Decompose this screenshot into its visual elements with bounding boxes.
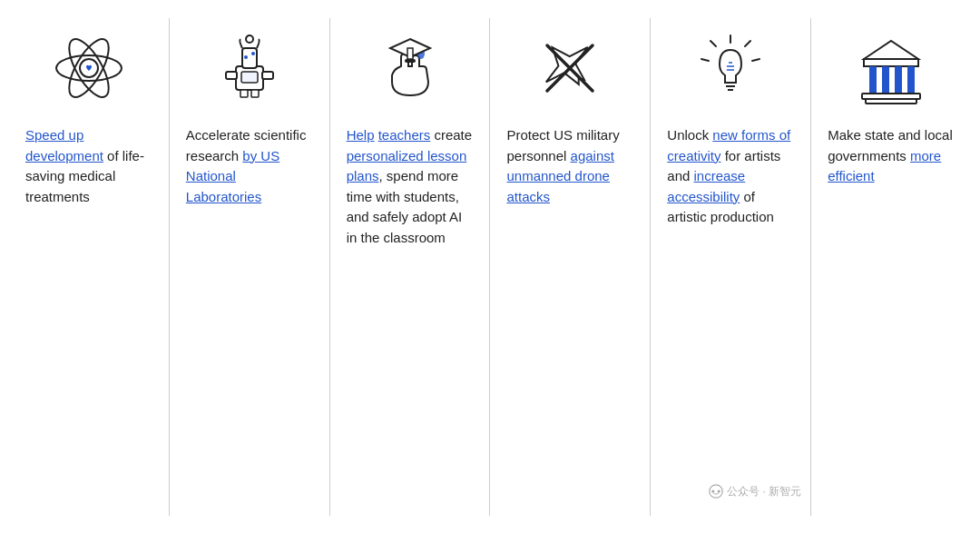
svg-rect-36 [869, 66, 877, 94]
watermark: 公众号 · 新智元 [709, 483, 801, 499]
accessibility-link[interactable]: increase accessibility [667, 168, 745, 204]
column-government: Make state and local governments more ef… [811, 18, 971, 516]
svg-line-24 [701, 59, 709, 61]
svg-point-33 [718, 490, 720, 492]
svg-rect-13 [251, 90, 259, 97]
column-education: Help teachers create personalized lesson… [330, 18, 491, 516]
svg-line-23 [710, 41, 716, 46]
help-link[interactable]: Help [347, 127, 375, 143]
svg-point-9 [244, 55, 248, 59]
svg-marker-34 [864, 41, 918, 59]
svg-rect-37 [882, 66, 889, 94]
building-icon [850, 27, 932, 109]
main-container: Speed up development of life-saving medi… [0, 0, 980, 534]
column-science: Accelerate scientific research by US Nat… [170, 18, 330, 516]
robot-arm-icon [209, 27, 290, 109]
svg-rect-41 [866, 99, 916, 104]
efficient-link[interactable]: more efficient [828, 148, 941, 184]
svg-rect-16 [407, 48, 413, 59]
svg-point-31 [710, 485, 722, 498]
military-text: Protect US military personnel against un… [506, 125, 633, 207]
svg-rect-11 [241, 72, 258, 83]
science-text: Accelerate scientific research by US Nat… [186, 125, 313, 207]
svg-line-22 [752, 59, 760, 61]
medical-text: Speed up development of life-saving medi… [25, 125, 152, 207]
svg-rect-35 [864, 59, 918, 66]
education-text: Help teachers create personalized lesson… [347, 125, 474, 248]
atom-heart-icon [48, 27, 130, 109]
watermark-text: 公众号 · 新智元 [727, 483, 801, 499]
svg-rect-38 [895, 66, 902, 94]
creativity-text: Unlock new forms of creativity for artis… [667, 125, 794, 228]
graduation-icon [369, 27, 451, 109]
column-military: Protect US military personnel against un… [490, 18, 651, 516]
drone-link[interactable]: against unmanned drone attacks [506, 148, 613, 204]
svg-line-21 [745, 41, 750, 46]
svg-point-32 [711, 490, 714, 492]
svg-rect-39 [907, 66, 915, 94]
svg-point-10 [251, 52, 255, 55]
government-text: Make state and local governments more ef… [828, 125, 955, 187]
lightbulb-icon [690, 27, 771, 109]
svg-rect-17 [405, 59, 416, 63]
creativity-link[interactable]: new forms of creativity [667, 127, 790, 163]
medical-link[interactable]: Speed up development [25, 127, 103, 163]
svg-rect-5 [226, 72, 237, 79]
svg-rect-6 [262, 72, 273, 79]
lesson-plans-link[interactable]: personalized lesson plans [347, 148, 467, 184]
column-creativity: Unlock new forms of creativity for artis… [651, 18, 811, 516]
column-medical: Speed up development of life-saving medi… [9, 18, 170, 516]
national-labs-link[interactable]: by US National Laboratories [186, 148, 279, 204]
teachers-link[interactable]: teachers [378, 127, 431, 143]
svg-rect-12 [240, 90, 248, 97]
plane-cross-icon [529, 27, 611, 109]
svg-point-8 [246, 35, 253, 43]
